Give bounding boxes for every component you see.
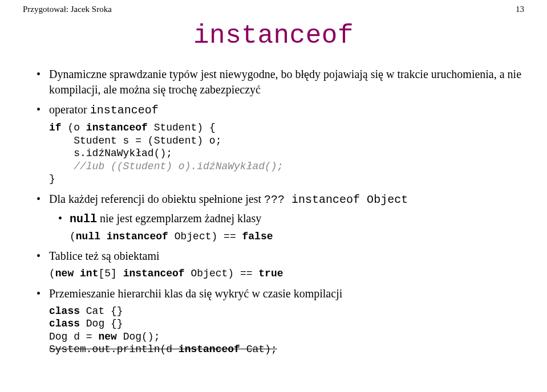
code-text: [5] [98, 268, 123, 279]
code-text: Cat {} [80, 305, 123, 317]
code-text: Object) == [168, 231, 242, 242]
keyword: class [49, 318, 80, 329]
inner-list: null nie jest egzemplarzem żadnej klasy … [49, 211, 524, 243]
keyword: if [49, 122, 62, 133]
code-text: Student s = (Student) o; [49, 135, 221, 146]
keyword: true [258, 268, 283, 279]
code-text: Dog(); [117, 331, 160, 342]
code-text: } [49, 173, 55, 185]
code-block: (new int[5] instanceof Object) == true [49, 267, 524, 280]
code-text: ( [49, 268, 55, 279]
inline-code: null [70, 213, 97, 226]
keyword: instanceof [123, 268, 185, 279]
page-title: instanceof [23, 21, 524, 51]
keyword: int [80, 268, 98, 279]
inline-code: ??? instanceof Object [264, 193, 408, 206]
code-text: (o [62, 122, 86, 133]
code-block: if (o instanceof Student) { Student s = … [49, 121, 524, 186]
bullet-list: Dynamiczne sprawdzanie typów jest niewyg… [23, 67, 524, 356]
bullet-text: Przemieszanie hierarchii klas da się wyk… [49, 287, 342, 300]
bullet-item: Przemieszanie hierarchii klas da się wyk… [37, 286, 524, 356]
header-row: Przygotował: Jacek Sroka 13 [23, 5, 524, 14]
bullet-item: operator instanceof if (o instanceof Stu… [37, 102, 524, 186]
bullet-item: null nie jest egzemplarzem żadnej klasy … [58, 211, 524, 243]
code-text: Object) == [185, 268, 259, 279]
keyword: class [49, 305, 80, 317]
page-number: 13 [516, 5, 524, 14]
inline-code: instanceof [90, 104, 159, 117]
bullet-text: operator [49, 103, 90, 116]
keyword: new [55, 268, 74, 279]
code-text: Dog d = [49, 331, 98, 342]
strikethrough-code: System.out.println(d instanceof Cat); [49, 344, 277, 355]
bullet-text: Dla każdej referencji do obiektu spełnio… [49, 193, 264, 205]
code-block: class Cat {} class Dog {} Dog d = new Do… [49, 305, 524, 356]
keyword: new [98, 331, 116, 342]
keyword: null [76, 231, 100, 242]
bullet-text: Tablice też są obiektami [49, 250, 160, 262]
bullet-text: Dynamiczne sprawdzanie typów jest niewyg… [49, 68, 521, 96]
keyword: false [242, 231, 273, 242]
code-block: (null instanceof Object) == false [70, 230, 524, 243]
code-comment: //lub ((Student) o).idźNaWykład(); [49, 161, 283, 172]
code-text: System.out.println(d [49, 344, 179, 355]
code-text: Cat); [240, 344, 277, 355]
slide-page: Przygotował: Jacek Sroka 13 instanceof D… [0, 0, 547, 373]
code-text: s.idźNaWykład(); [49, 148, 172, 159]
bullet-text: nie jest egzemplarzem żadnej klasy [97, 212, 261, 224]
code-text: Dog {} [80, 318, 123, 329]
keyword: instanceof [107, 231, 168, 242]
code-text: Student) { [148, 122, 216, 133]
code-text: ( [70, 231, 76, 242]
bullet-item: Dynamiczne sprawdzanie typów jest niewyg… [37, 67, 524, 97]
bullet-item: Tablice też są obiektami (new int[5] ins… [37, 248, 524, 280]
keyword: instanceof [179, 344, 240, 355]
keyword: instanceof [86, 122, 148, 133]
author-label: Przygotował: Jacek Sroka [23, 5, 112, 14]
code-text [74, 268, 80, 279]
code-text [100, 231, 107, 242]
bullet-item: Dla każdej referencji do obiektu spełnio… [37, 191, 524, 243]
